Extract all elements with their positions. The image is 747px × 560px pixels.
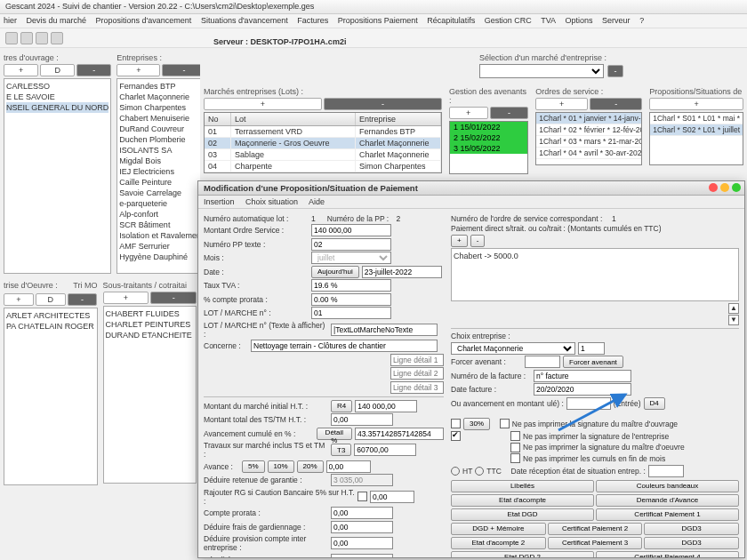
lot-marche-input[interactable] — [311, 307, 391, 319]
sig1-checkbox[interactable] — [500, 419, 510, 428]
mois-select[interactable]: juillet — [311, 252, 391, 264]
prorata-input[interactable] — [311, 293, 391, 306]
list-item[interactable]: NSEIL GENERAL DU NORD — [6, 102, 108, 113]
cell[interactable]: Maçonnerie - Gros Oeuvre — [231, 138, 356, 148]
dpc-input[interactable] — [331, 537, 393, 549]
ligne-detail-1[interactable] — [390, 354, 444, 366]
list-item[interactable]: Caille Peinture — [119, 177, 200, 188]
cell[interactable]: Charpente — [231, 161, 356, 172]
list-item[interactable]: SCR Bâtiment — [119, 220, 200, 230]
marche-select[interactable] — [479, 64, 604, 78]
ttc-radio[interactable] — [475, 467, 484, 476]
list-item[interactable]: 1Charl * 03 * mars * 21-mar-2022 — [536, 136, 641, 148]
list-item[interactable]: 1Charl * S02 * L01 * juillet — [650, 124, 743, 136]
sig3-checkbox[interactable] — [510, 443, 520, 452]
menu-item[interactable]: TVA — [541, 16, 556, 25]
menu-item[interactable]: hier — [4, 16, 17, 25]
choix-entreprise-select[interactable]: Charlet Maçonnerie — [451, 342, 575, 355]
list-item[interactable]: AMF Serrurier — [119, 241, 200, 252]
today-button[interactable]: Aujourd'hui — [311, 266, 359, 278]
choix-num-input[interactable] — [578, 342, 605, 355]
cell[interactable]: Charlet Maçonnerie — [356, 138, 441, 148]
cell[interactable]: 03 — [205, 149, 231, 160]
pct5-button[interactable]: 5% — [242, 460, 265, 473]
add-button[interactable]: + — [535, 98, 588, 110]
list-item[interactable]: Simon Charpentes — [119, 102, 200, 113]
dialog-title[interactable]: Modification d'une Proposition/Situation… — [198, 181, 744, 196]
chk-30[interactable] — [451, 419, 461, 428]
menu-item[interactable]: Situations d'avancement — [201, 16, 288, 25]
etat-dgd-2-button[interactable]: Etat DGD 2 — [451, 551, 594, 559]
num-facture-input[interactable] — [534, 370, 631, 382]
r4-button[interactable]: R4 — [331, 400, 352, 412]
pct20-button[interactable]: 20% — [297, 460, 324, 473]
penalites-input[interactable] — [331, 554, 393, 559]
entreprises-list[interactable]: Fernandes BTP Charlet Maçonnerie Simon C… — [116, 78, 200, 274]
etat-dgd-button[interactable]: Etat DGD — [451, 508, 594, 521]
list-item[interactable]: 1Charl * S01 * L01 * mai * — [650, 113, 743, 124]
detail-pct-button[interactable]: Détail % — [317, 428, 352, 440]
montant-os-input[interactable] — [311, 224, 391, 236]
demande-avance-button[interactable]: Demande d'Avance — [596, 494, 739, 507]
add-button[interactable]: + — [204, 98, 322, 110]
list-item[interactable]: Chabert -> 5000.0 — [454, 251, 736, 261]
menu-item[interactable]: Factures — [297, 16, 328, 25]
menu-item[interactable]: Serveur — [602, 16, 631, 25]
menu-item[interactable]: Options — [566, 16, 593, 25]
certificat-3-button[interactable]: Certificat Paiement 3 — [548, 537, 643, 549]
tool-icon[interactable] — [36, 32, 48, 44]
remove-button[interactable]: - — [324, 98, 442, 110]
main-menu[interactable]: hier Devis du marché Propositions d'avan… — [0, 14, 747, 28]
menu-item[interactable]: Insertion — [204, 197, 235, 206]
couleurs-button[interactable]: Couleurs bandeaux — [596, 480, 739, 492]
zoom-icon[interactable] — [732, 183, 741, 192]
pct30-button[interactable]: 30% — [463, 418, 490, 430]
menu-item[interactable]: Devis du marché — [27, 16, 87, 25]
rrg-input[interactable] — [370, 491, 414, 503]
list-item[interactable]: CHARLET PEINTURES — [106, 319, 195, 330]
add-button[interactable]: + — [116, 64, 160, 76]
mtt-input[interactable] — [331, 413, 393, 426]
d4-button[interactable]: D4 — [644, 397, 665, 410]
cell[interactable]: Charlet Maçonnerie — [356, 149, 441, 160]
list-item[interactable]: 1Charl * 01 * janvier * 14-janv-2022 — [536, 113, 641, 124]
sous-traitants-list[interactable]: CHABERT FLUIDES CHARLET PEINTURES DURAND… — [103, 306, 197, 484]
list-item[interactable]: Hygyène Dauphiné — [119, 252, 200, 262]
scroll-down-icon[interactable]: ▼ — [728, 315, 739, 325]
lots-grid[interactable]: No Lot Entreprise 01Terrassement VRDFern… — [204, 112, 442, 173]
paiement-direct-list[interactable]: Chabert -> 5000.0 — [451, 248, 739, 301]
rrg-checkbox[interactable] — [357, 492, 367, 501]
list-item[interactable]: Charlet Maçonnerie — [119, 92, 200, 102]
cell[interactable]: 04 — [205, 161, 231, 172]
ligne-detail-2[interactable] — [390, 367, 444, 380]
ordres-list[interactable]: 1Charl * 01 * janvier * 14-janv-2022 1Ch… — [535, 112, 642, 165]
list-item[interactable]: ISOLANTS SA — [119, 145, 200, 156]
d-button[interactable]: D — [36, 293, 66, 306]
remove-button[interactable]: - — [76, 64, 111, 76]
list-item[interactable]: PA CHATELAIN ROGER — [6, 321, 95, 332]
moe-list[interactable]: ARLET ARCHITECTES PA CHATELAIN ROGER — [4, 308, 98, 485]
list-item[interactable]: Chabert Menuiserie — [119, 113, 200, 124]
dgd3-button[interactable]: DGD3 — [644, 523, 739, 535]
drg-checkbox[interactable] — [451, 431, 461, 441]
remove-button[interactable]: - — [150, 292, 197, 304]
tool-icon[interactable] — [51, 32, 63, 44]
list-item[interactable]: IEJ Electriciens — [119, 166, 200, 177]
certificat-4-button[interactable]: Certificat Paiement 4 — [596, 551, 739, 559]
cell[interactable]: Fernandes BTP — [356, 126, 441, 137]
menu-item[interactable]: Aide — [309, 197, 325, 206]
num-pp-texte-input[interactable] — [311, 238, 391, 251]
list-item[interactable]: 3 15/05/2022 — [450, 143, 527, 154]
dfg-input[interactable] — [331, 521, 393, 533]
dialog-menu[interactable]: Insertion Choix situation Aide — [198, 196, 744, 209]
remove-button[interactable]: - — [590, 98, 642, 110]
sig2-checkbox[interactable] — [510, 431, 520, 441]
list-item[interactable]: Fernandes BTP — [119, 81, 200, 92]
dgd-memoire-button[interactable]: DGD + Mémoire — [451, 523, 546, 535]
minimize-icon[interactable] — [720, 183, 729, 192]
propositions-list[interactable]: 1Charl * S01 * L01 * mai * 1Charl * S02 … — [649, 112, 743, 165]
cell[interactable]: 02 — [205, 138, 231, 148]
lot-marche-texte-input[interactable] — [331, 324, 438, 336]
concerne-input[interactable] — [251, 340, 438, 352]
list-item[interactable]: Isolation et Ravalement — [119, 230, 200, 241]
